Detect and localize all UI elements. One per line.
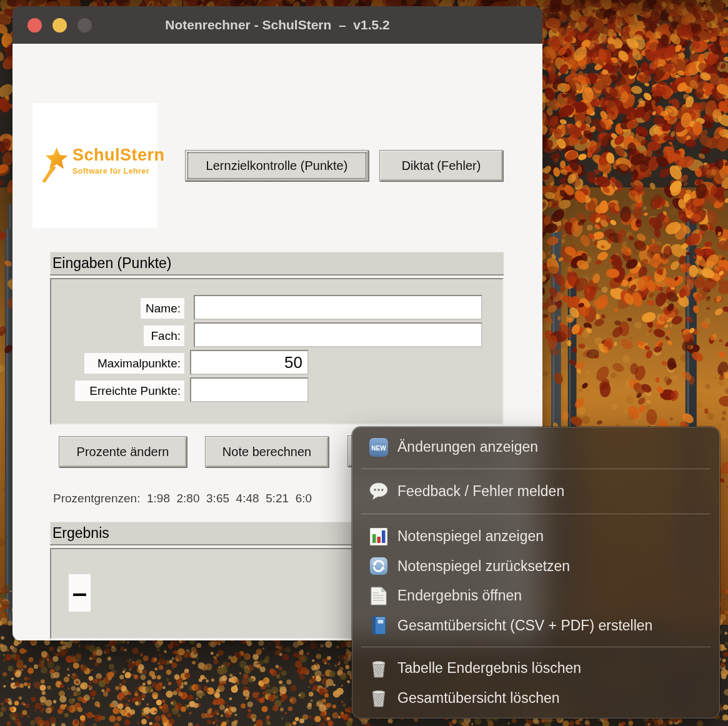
menu-item-label: Notenspiegel anzeigen — [397, 528, 544, 545]
menu-separator — [361, 514, 711, 514]
menu-item-gesamtuebersicht-erstellen[interactable]: Gesamtübersicht (CSV + PDF) erstellen — [352, 611, 719, 641]
book-icon — [366, 616, 391, 635]
result-value: – — [69, 574, 91, 612]
document-icon — [366, 587, 391, 605]
inputs-section-title: Eingaben (Punkte) — [52, 255, 172, 272]
trash-icon — [366, 659, 391, 678]
schulstern-logo: SchulStern Software für Lehrer — [32, 103, 157, 228]
menu-item-notenspiegel-zuruecksetzen[interactable]: Notenspiegel zurücksetzen — [352, 552, 719, 582]
title-bar[interactable]: Notenrechner - SchulStern – v1.5.2 — [12, 6, 542, 44]
prozente-aendern-label: Prozente ändern — [77, 445, 169, 459]
menu-item-label: Endergebnis öffnen — [397, 587, 522, 604]
diktat-button-label: Diktat (Fehler) — [402, 159, 481, 173]
note-berechnen-button[interactable]: Note berechnen — [205, 436, 329, 467]
svg-text:NEW: NEW — [371, 444, 386, 451]
name-input[interactable] — [194, 295, 482, 320]
maximalpunkte-label: Maximalpunkte: — [84, 353, 184, 374]
prozentgrenzen-line: Prozentgrenzen: 1:98 2:80 3:65 4:48 5:21… — [53, 492, 312, 505]
trash-icon — [366, 689, 391, 707]
inputs-section-header: Eingaben (Punkte) — [50, 252, 504, 276]
bar-chart-icon — [366, 528, 391, 545]
inputs-panel: Name: Fach: Maximalpunkte: Erreichte Pun… — [50, 278, 504, 425]
speech-bubble-icon — [366, 482, 391, 500]
erreichte-punkte-label: Erreichte Punkte: — [75, 380, 184, 401]
fach-label: Fach: — [144, 326, 184, 346]
menu-item-label: Gesamtübersicht löschen — [397, 690, 560, 707]
menu-item-gesamtuebersicht-loeschen[interactable]: Gesamtübersicht löschen — [352, 684, 719, 714]
menu-item-label: Feedback / Fehler melden — [397, 483, 564, 500]
menu-item-label: Tabelle Endergebnis löschen — [397, 660, 581, 677]
window-title: Notenrechner - SchulStern – v1.5.2 — [12, 17, 542, 32]
uebersicht-menu: NEW Änderungen anzeigen Feedback / Fehle… — [352, 427, 720, 719]
lernzielkontrolle-button[interactable]: Lernzielkontrolle (Punkte) — [185, 150, 369, 181]
menu-item-label: Änderungen anzeigen — [397, 439, 538, 455]
menu-separator — [361, 647, 711, 647]
desktop: { "window": { "title": "Notenrechner - S… — [0, 0, 728, 726]
erreichte-punkte-input[interactable] — [190, 377, 309, 402]
refresh-icon — [366, 557, 391, 575]
menu-separator — [361, 469, 711, 469]
name-label: Name: — [141, 298, 184, 319]
diktat-button[interactable]: Diktat (Fehler) — [379, 150, 503, 181]
menu-item-endergebnis-oeffnen[interactable]: Endergebnis öffnen — [352, 581, 719, 611]
menu-item-notenspiegel-anzeigen[interactable]: Notenspiegel anzeigen — [352, 522, 719, 552]
menu-item-label: Notenspiegel zurücksetzen — [397, 558, 570, 575]
result-section-title: Ergebnis — [52, 525, 109, 542]
prozente-aendern-button[interactable]: Prozente ändern — [59, 436, 187, 467]
menu-item-label: Gesamtübersicht (CSV + PDF) erstellen — [397, 617, 652, 634]
lernzielkontrolle-button-label: Lernzielkontrolle (Punkte) — [206, 159, 348, 173]
new-badge-icon: NEW — [366, 438, 391, 457]
maximalpunkte-input[interactable] — [190, 350, 309, 375]
note-berechnen-label: Note berechnen — [222, 445, 311, 459]
brand-name: SchulStern — [72, 146, 165, 165]
star-icon — [39, 146, 71, 187]
menu-item-feedback-fehler-melden[interactable]: Feedback / Fehler melden — [352, 477, 719, 507]
fach-input[interactable] — [194, 322, 482, 347]
brand-tagline: Software für Lehrer — [72, 167, 165, 176]
menu-item-tabelle-endergebnis-loeschen[interactable]: Tabelle Endergebnis löschen — [352, 654, 719, 684]
menu-item-aenderungen-anzeigen[interactable]: NEW Änderungen anzeigen — [352, 434, 719, 461]
